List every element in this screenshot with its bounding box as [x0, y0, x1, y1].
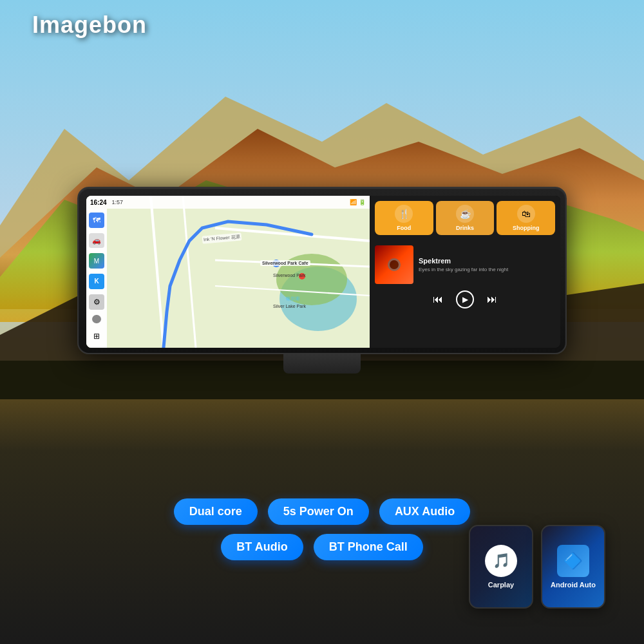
map-label-silverwood: Silverwood Park Cafe	[260, 260, 310, 266]
map-panel[interactable]: 16:24 1:57 📶 🔋 🗺 🚗 M K ⚙ ⊞	[86, 196, 370, 348]
signal-icon: 📶	[350, 199, 357, 205]
carplay-label: Carplay	[488, 581, 514, 589]
map-label-silver-lake: Silver Lake Park	[273, 304, 306, 308]
map-icon[interactable]: 🗺	[89, 213, 104, 228]
aux-audio-badge: AUX Audio	[379, 498, 470, 525]
dot-icon	[92, 315, 101, 324]
phone-cards-container: 🎵 Carplay 🔷 Android Auto	[469, 525, 605, 609]
shopping-icon: 🛍	[517, 205, 535, 223]
android-auto-logo: 🔷	[557, 545, 589, 577]
music-info-row: Spektrem Eyes in the sky gazing far into…	[375, 245, 555, 284]
maps-app-icon[interactable]: M	[89, 253, 104, 269]
car-display-device: 16:24 1:57 📶 🔋 🗺 🚗 M K ⚙ ⊞	[77, 187, 567, 374]
grid-icon[interactable]: ⊞	[89, 328, 104, 344]
shopping-label: Shopping	[513, 225, 540, 231]
vinyl-circle	[388, 258, 401, 271]
device-shell: 16:24 1:57 📶 🔋 🗺 🚗 M K ⚙ ⊞	[77, 187, 567, 354]
fast-forward-button[interactable]: ⏭	[487, 294, 497, 305]
map-background	[86, 196, 370, 348]
map-sidebar: 🗺 🚗 M K ⚙ ⊞	[86, 209, 107, 348]
music-subtitle: Eyes in the sky gazing far into the nigh…	[419, 267, 555, 272]
carplay-logo: 🎵	[485, 545, 517, 577]
device-screen: 16:24 1:57 📶 🔋 🗺 🚗 M K ⚙ ⊞	[86, 196, 560, 348]
category-row: 🍴 Food ☕ Drinks 🛍 Shopping	[370, 196, 560, 240]
device-mount	[283, 353, 361, 374]
car-icon[interactable]: 🚗	[89, 233, 104, 249]
power-on-badge: 5s Power On	[268, 498, 369, 525]
map-time: 16:24	[90, 199, 107, 206]
badges-row-2: BT Audio BT Phone Call	[221, 534, 422, 560]
play-button[interactable]: ▶	[456, 290, 474, 308]
drinks-category-button[interactable]: ☕ Drinks	[436, 201, 495, 235]
brand-logo: Imagebon	[32, 12, 147, 39]
dual-core-badge: Dual core	[174, 498, 258, 525]
drinks-icon: ☕	[456, 205, 474, 223]
food-label: Food	[397, 225, 411, 231]
album-art	[375, 245, 413, 284]
map-label-park: Silverwood Park	[273, 273, 306, 278]
battery-icon: 🔋	[359, 199, 366, 205]
map-label-chinese: 银尔湖	[286, 296, 299, 302]
music-text: Spektrem Eyes in the sky gazing far into…	[419, 257, 555, 272]
android-auto-card: 🔷 Android Auto	[541, 525, 605, 609]
map-status-icons: 📶 🔋	[350, 199, 366, 205]
map-status-extra: 1:57	[112, 199, 124, 205]
android-auto-label: Android Auto	[551, 581, 596, 589]
shopping-category-button[interactable]: 🛍 Shopping	[497, 201, 555, 235]
rewind-button[interactable]: ⏮	[433, 294, 443, 305]
right-panel: 🍴 Food ☕ Drinks 🛍 Shopping	[370, 196, 560, 348]
map-status-bar: 16:24 1:57 📶 🔋	[86, 196, 370, 209]
music-controls: ⏮ ▶ ⏭	[375, 288, 555, 311]
settings-icon[interactable]: ⚙	[89, 294, 104, 310]
k-app-icon[interactable]: K	[89, 274, 104, 289]
bt-phone-badge: BT Phone Call	[314, 534, 423, 560]
carplay-card: 🎵 Carplay	[469, 525, 533, 609]
bt-audio-badge: BT Audio	[221, 534, 303, 560]
badges-row-1: Dual core 5s Power On AUX Audio	[174, 498, 470, 525]
music-player: Spektrem Eyes in the sky gazing far into…	[370, 240, 560, 348]
music-title: Spektrem	[419, 257, 555, 265]
drinks-label: Drinks	[456, 225, 474, 231]
food-icon: 🍴	[395, 205, 413, 223]
food-category-button[interactable]: 🍴 Food	[375, 201, 433, 235]
